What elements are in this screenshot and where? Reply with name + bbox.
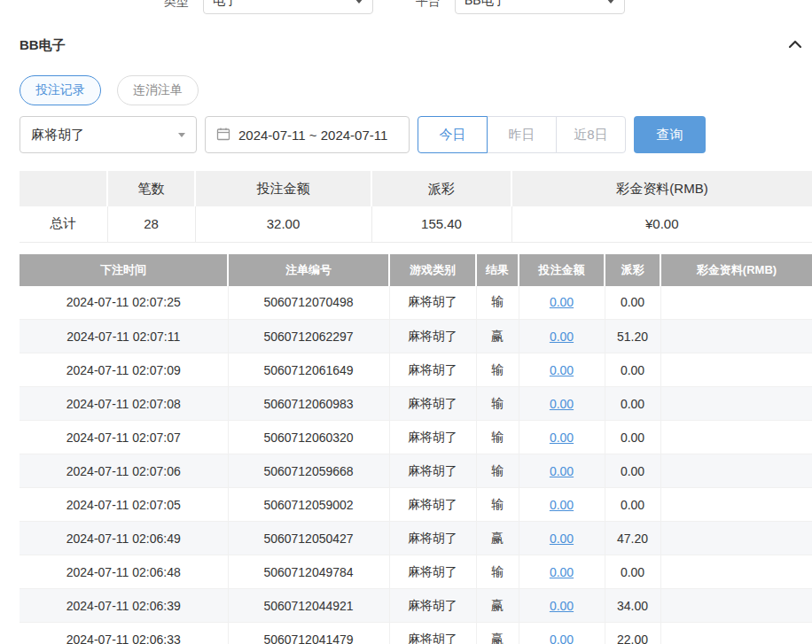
chevron-down-icon [606, 0, 615, 4]
cell-bonus [660, 421, 812, 454]
cell-bet-time: 2024-07-11 02:06:39 [20, 589, 228, 623]
chevron-up-icon [787, 38, 803, 53]
platform-select[interactable]: BB电子 [455, 0, 625, 14]
cell-bet-time: 2024-07-11 02:07:08 [20, 387, 228, 421]
cell-payout: 47.20 [605, 522, 660, 555]
quick-range-last-8-days[interactable]: 近8日 [556, 116, 626, 153]
cell-result: 输 [476, 353, 519, 387]
bet-amount-link[interactable]: 0.00 [550, 363, 574, 377]
collapse-section-button[interactable] [787, 38, 803, 53]
cell-bet-id: 5060712049784 [228, 555, 389, 589]
summary-header-blank [20, 171, 107, 206]
cell-bet-time: 2024-07-11 02:07:25 [20, 286, 228, 320]
cell-bet-amount: 0.00 [519, 589, 605, 623]
cell-bonus [660, 454, 812, 488]
cell-bonus [660, 555, 812, 589]
cell-bet-amount: 0.00 [519, 421, 605, 454]
cell-bonus [660, 623, 812, 644]
cell-bet-amount: 0.00 [519, 387, 605, 421]
cell-bonus [660, 488, 812, 522]
bet-amount-link[interactable]: 0.00 [550, 632, 574, 644]
cell-game: 麻将胡了 [389, 454, 476, 488]
cell-game: 麻将胡了 [389, 286, 476, 320]
cell-payout: 0.00 [605, 555, 660, 589]
cell-result: 赢 [476, 589, 519, 623]
table-row: 2024-07-11 02:07:095060712061649麻将胡了输0.0… [20, 353, 812, 387]
bet-amount-link[interactable]: 0.00 [550, 397, 574, 411]
summary-total-label: 总计 [20, 206, 107, 242]
cell-bet-time: 2024-07-11 02:07:06 [20, 454, 228, 488]
cell-bet-id: 5060712062297 [228, 320, 389, 353]
cell-game: 麻将胡了 [389, 387, 476, 421]
date-range-value: 2024-07-11 ~ 2024-07-11 [238, 128, 387, 143]
cell-bet-id: 5060712060983 [228, 387, 389, 421]
cell-game: 麻将胡了 [389, 589, 476, 623]
game-select[interactable]: 麻将胡了 [20, 116, 197, 153]
summary-header-row: 笔数 投注金额 派彩 彩金资料(RMB) [20, 171, 812, 206]
date-range-picker[interactable]: 2024-07-11 ~ 2024-07-11 [205, 116, 410, 153]
records-column-header: 彩金资料(RMB) [660, 254, 812, 286]
summary-header-bonus: 彩金资料(RMB) [511, 171, 812, 206]
type-select-value: 电子 [213, 0, 238, 9]
records-column-header: 下注时间 [20, 254, 228, 286]
cell-game: 麻将胡了 [389, 421, 476, 454]
bet-amount-link[interactable]: 0.00 [550, 498, 574, 512]
top-filter-row: 类型 电子 平台 BB电子 [20, 0, 812, 14]
cell-bet-id: 5060712061649 [228, 353, 389, 387]
cell-payout: 0.00 [605, 387, 660, 421]
cell-bet-amount: 0.00 [519, 555, 605, 589]
bet-amount-link[interactable]: 0.00 [550, 565, 574, 579]
summary-total-count: 28 [107, 206, 195, 242]
table-row: 2024-07-11 02:07:075060712060320麻将胡了输0.0… [20, 421, 812, 454]
table-row: 2024-07-11 02:06:495060712050427麻将胡了赢0.0… [20, 522, 812, 555]
summary-table: 笔数 投注金额 派彩 彩金资料(RMB) 总计 28 32.00 155.40 … [20, 171, 812, 243]
bet-amount-link[interactable]: 0.00 [550, 464, 574, 478]
cell-payout: 0.00 [605, 488, 660, 522]
cell-bet-time: 2024-07-11 02:06:49 [20, 522, 228, 555]
cell-payout: 0.00 [605, 353, 660, 387]
calendar-icon [216, 127, 230, 144]
table-row: 2024-07-11 02:06:485060712049784麻将胡了输0.0… [20, 555, 812, 589]
tab-bet-records[interactable]: 投注记录 [20, 75, 101, 105]
records-table-header-row: 下注时间注单编号游戏类别结果投注金额派彩彩金资料(RMB) [20, 254, 812, 286]
quick-range-yesterday[interactable]: 昨日 [487, 116, 557, 153]
cell-bet-time: 2024-07-11 02:06:33 [20, 623, 228, 644]
cell-bet-amount: 0.00 [519, 454, 605, 488]
cell-result: 输 [476, 286, 519, 320]
tab-cancelled-bets[interactable]: 连消注单 [117, 75, 199, 105]
chevron-down-icon [178, 133, 185, 137]
cell-bonus [660, 522, 812, 555]
summary-header-payout: 派彩 [371, 171, 511, 206]
summary-header-bet-amount: 投注金额 [195, 171, 371, 206]
cell-bet-amount: 0.00 [519, 353, 605, 387]
records-column-header: 结果 [476, 254, 519, 286]
type-select[interactable]: 电子 [203, 0, 373, 14]
cell-result: 输 [476, 454, 519, 488]
bet-amount-link[interactable]: 0.00 [550, 330, 574, 344]
cell-bet-time: 2024-07-11 02:06:48 [20, 555, 228, 589]
cell-payout: 0.00 [605, 421, 660, 454]
platform-label: 平台 [416, 0, 441, 14]
bet-amount-link[interactable]: 0.00 [550, 295, 574, 309]
record-type-tabs: 投注记录 连消注单 [20, 75, 812, 105]
bet-amount-link[interactable]: 0.00 [550, 531, 574, 546]
cell-result: 输 [476, 555, 519, 589]
table-row: 2024-07-11 02:06:335060712041479麻将胡了赢0.0… [20, 623, 812, 644]
top-filter-strip: 类型 电子 平台 BB电子 [20, 0, 812, 14]
table-row: 2024-07-11 02:07:065060712059668麻将胡了输0.0… [20, 454, 812, 488]
quick-range-today[interactable]: 今日 [418, 116, 488, 153]
cell-bonus [660, 387, 812, 421]
bet-amount-link[interactable]: 0.00 [550, 599, 574, 613]
cell-payout: 22.00 [605, 623, 660, 644]
records-column-header: 投注金额 [519, 254, 605, 286]
summary-total-bonus: ¥0.00 [511, 206, 812, 242]
cell-bet-id: 5060712059668 [228, 454, 389, 488]
cell-bet-time: 2024-07-11 02:07:09 [20, 353, 228, 387]
section-header: BB电子 [20, 37, 812, 54]
cell-bet-id: 5060712050427 [228, 522, 389, 555]
table-row: 2024-07-11 02:06:395060712044921麻将胡了赢0.0… [20, 589, 812, 623]
bet-amount-link[interactable]: 0.00 [550, 431, 574, 445]
summary-total-bet-amount: 32.00 [195, 206, 371, 242]
table-row: 2024-07-11 02:07:255060712070498麻将胡了输0.0… [20, 286, 812, 320]
search-button[interactable]: 查询 [634, 116, 706, 153]
